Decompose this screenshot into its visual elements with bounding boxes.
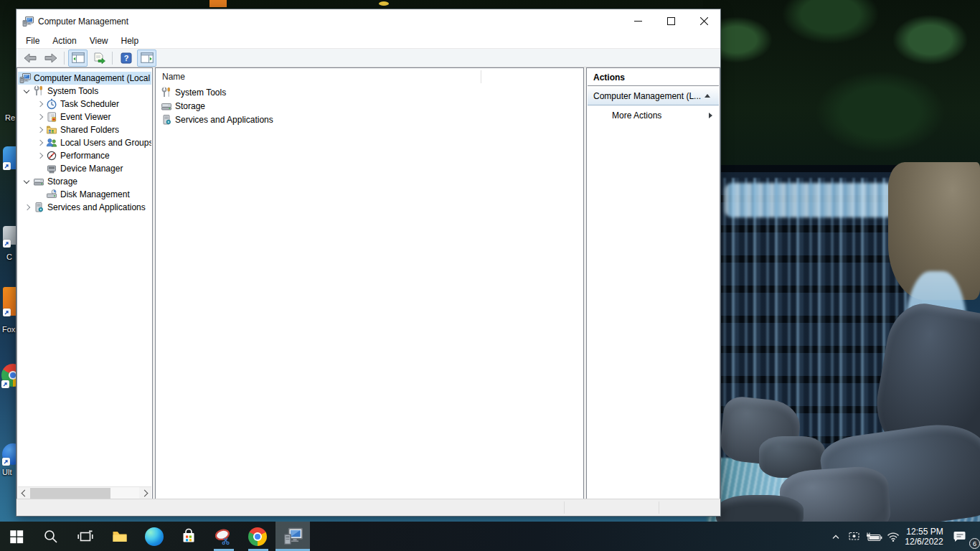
expander-icon[interactable] bbox=[36, 126, 44, 134]
event-viewer-icon bbox=[46, 111, 57, 123]
scrollbar-thumb[interactable] bbox=[30, 488, 110, 499]
tree-item-shared-folders[interactable]: Shared Folders bbox=[18, 123, 151, 136]
horizontal-scrollbar[interactable] bbox=[18, 486, 151, 499]
tray-clock[interactable]: 12:55 PM 12/6/2022 bbox=[903, 522, 946, 551]
notification-icon bbox=[952, 529, 968, 544]
console-content: Computer Management (Local System Tools … bbox=[17, 67, 720, 501]
tree-item-local-users-and-groups[interactable]: Local Users and Groups bbox=[18, 136, 151, 149]
tree-item-label: Computer Management (Local bbox=[34, 73, 150, 83]
computer-management-taskbar-button[interactable] bbox=[275, 522, 310, 551]
list-item-storage[interactable]: Storage bbox=[156, 99, 583, 113]
desktop-icon-label-recycle[interactable]: Re bbox=[5, 113, 15, 122]
expander-icon[interactable] bbox=[36, 113, 44, 121]
file-explorer-button[interactable] bbox=[103, 522, 136, 551]
toolbar-separator bbox=[64, 52, 65, 65]
forward-button[interactable] bbox=[41, 50, 60, 67]
maximize-button[interactable] bbox=[654, 9, 687, 33]
desktop-icon-label-ult[interactable]: Ult bbox=[2, 468, 11, 476]
tray-battery-button[interactable] bbox=[864, 522, 884, 551]
maximize-icon bbox=[667, 17, 675, 25]
more-actions-item[interactable]: More Actions bbox=[588, 106, 719, 124]
menu-help[interactable]: Help bbox=[115, 34, 146, 47]
edge-button[interactable] bbox=[138, 522, 171, 551]
file-explorer-icon bbox=[110, 528, 129, 545]
menu-view[interactable]: View bbox=[83, 34, 115, 47]
snipping-tool-button[interactable] bbox=[207, 522, 240, 551]
status-bar bbox=[17, 499, 720, 516]
services-icon bbox=[33, 202, 44, 213]
tray-chevron-up-button[interactable] bbox=[826, 522, 845, 551]
cast-display-icon bbox=[848, 531, 861, 542]
expander-icon[interactable] bbox=[36, 138, 44, 147]
wallpaper-waterfall-crest bbox=[725, 183, 893, 217]
scroll-left-button[interactable] bbox=[18, 487, 30, 499]
collapse-section-icon[interactable] bbox=[705, 94, 710, 98]
list-item-services-and-applications[interactable]: Services and Applications bbox=[156, 113, 583, 126]
show-console-tree-button[interactable] bbox=[68, 50, 88, 67]
console-tree-pane: Computer Management (Local System Tools … bbox=[17, 67, 153, 501]
desktop-icon-label-c[interactable]: C bbox=[6, 253, 12, 261]
expander-icon[interactable] bbox=[36, 100, 44, 108]
tray-wifi-button[interactable] bbox=[884, 522, 903, 551]
tree-item-label: Disk Management bbox=[60, 189, 130, 199]
tree-item-device-manager[interactable]: Device Manager bbox=[18, 162, 151, 175]
tree-item-event-viewer[interactable]: Event Viewer bbox=[18, 110, 151, 123]
start-button[interactable] bbox=[0, 522, 33, 551]
computer-management-app-icon bbox=[22, 16, 34, 27]
microsoft-store-icon bbox=[180, 528, 197, 545]
menu-action[interactable]: Action bbox=[46, 34, 83, 47]
menu-bar: File Action View Help bbox=[17, 33, 720, 48]
tree-item-label: Local Users and Groups bbox=[60, 138, 151, 148]
column-header-name[interactable]: Name bbox=[156, 72, 185, 82]
snipping-tool-icon bbox=[214, 527, 232, 546]
expander-icon[interactable] bbox=[23, 203, 32, 212]
battery-charging-icon bbox=[866, 532, 882, 542]
tree-item-disk-management[interactable]: Disk Management bbox=[18, 188, 151, 201]
close-button[interactable] bbox=[687, 9, 720, 33]
tree-item-label: Event Viewer bbox=[60, 112, 110, 122]
tree-item-task-scheduler[interactable]: Task Scheduler bbox=[18, 98, 151, 110]
list-column-header[interactable]: Name bbox=[156, 69, 583, 85]
chrome-button[interactable] bbox=[241, 522, 274, 551]
tree-item-performance[interactable]: Performance bbox=[18, 149, 151, 162]
tree-item-computer-management[interactable]: Computer Management (Local bbox=[18, 72, 151, 85]
column-divider[interactable] bbox=[481, 70, 481, 83]
tree-item-label: Shared Folders bbox=[60, 125, 119, 135]
expander-icon[interactable] bbox=[23, 87, 32, 95]
scroll-right-button[interactable] bbox=[139, 487, 151, 499]
tree-item-system-tools[interactable]: System Tools bbox=[18, 85, 151, 98]
desktop: Re C Fox Ult Computer Management bbox=[0, 0, 980, 551]
taskbar: 12:55 PM 12/6/2022 6 bbox=[0, 522, 980, 551]
notification-center-button[interactable]: 6 bbox=[946, 522, 974, 551]
help-icon bbox=[121, 52, 132, 64]
tree-item-services-and-applications[interactable]: Services and Applications bbox=[18, 201, 151, 214]
show-action-pane-button[interactable] bbox=[137, 50, 156, 67]
task-view-button[interactable] bbox=[69, 522, 102, 551]
device-manager-icon bbox=[46, 163, 57, 174]
microsoft-store-button[interactable] bbox=[172, 522, 205, 551]
shortcut-arrow-icon bbox=[3, 162, 11, 170]
expander-icon[interactable] bbox=[23, 177, 32, 186]
scrollbar-track[interactable] bbox=[30, 487, 139, 499]
list-item-label: System Tools bbox=[175, 88, 226, 98]
back-button[interactable] bbox=[20, 50, 39, 67]
list-item-label: Storage bbox=[175, 101, 205, 111]
list-item-system-tools[interactable]: System Tools bbox=[156, 85, 583, 99]
search-button[interactable] bbox=[34, 522, 67, 551]
desktop-icon-label-fox[interactable]: Fox bbox=[2, 325, 15, 334]
edge-icon bbox=[145, 527, 164, 546]
console-tree-icon bbox=[72, 52, 85, 63]
submenu-arrow-icon bbox=[709, 113, 712, 118]
tray-cast-display-button[interactable] bbox=[845, 522, 864, 551]
title-bar[interactable]: Computer Management bbox=[17, 9, 720, 33]
shortcut-arrow-icon bbox=[2, 458, 10, 466]
help-button[interactable] bbox=[116, 50, 136, 67]
menu-file[interactable]: File bbox=[19, 34, 46, 47]
expander-icon[interactable] bbox=[36, 151, 44, 160]
actions-section-header[interactable]: Computer Management (L... bbox=[588, 87, 719, 105]
storage-icon bbox=[161, 100, 172, 112]
minimize-button[interactable] bbox=[621, 9, 654, 33]
tree-item-storage[interactable]: Storage bbox=[18, 175, 151, 188]
toolbar bbox=[17, 48, 720, 67]
export-list-button[interactable] bbox=[89, 50, 108, 67]
